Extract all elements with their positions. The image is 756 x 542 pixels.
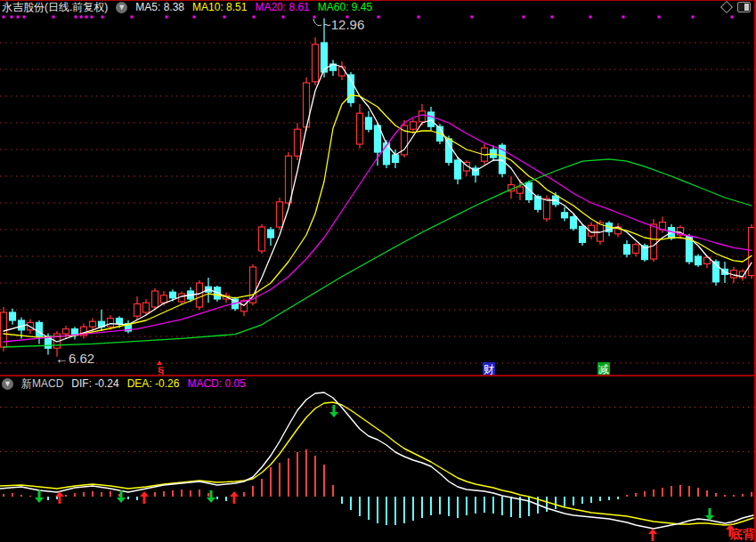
window-top-border — [0, 0, 756, 1]
panel-divider[interactable] — [0, 375, 756, 376]
buy-signal-arrow-icon — [230, 491, 239, 504]
indicator-name: 新MACD — [21, 377, 63, 391]
macd-panel-header: ▼ 新MACD DIF: -0.24 DEA: -0.26 MACD: 0.05 — [2, 377, 246, 391]
sell-signal-arrow-icon — [705, 508, 714, 521]
dea-value: DEA: -0.26 — [127, 377, 180, 391]
ma5-value: MA5: 8.38 — [135, 1, 184, 14]
diamond-icon[interactable] — [720, 1, 733, 13]
sell-signal-arrow-icon — [35, 490, 44, 503]
ma20-value: MA20: 8.61 — [255, 1, 309, 14]
event-badge-cai[interactable]: 财 — [483, 362, 495, 376]
window-corner-icons — [722, 2, 751, 12]
buy-signal-arrow-icon — [140, 491, 149, 504]
ma10-value: MA10: 8.51 — [192, 1, 247, 14]
ma60-value: MA60: 9.45 — [318, 1, 372, 14]
panel-layout-icon[interactable] — [737, 2, 751, 12]
chevron-down-icon[interactable]: ▼ — [2, 378, 13, 390]
chevron-down-icon[interactable]: ▼ — [116, 2, 127, 13]
svg-text:减: 减 — [598, 363, 609, 376]
low-price-label: ←6.62 — [55, 351, 94, 366]
macd-value: MACD: 0.05 — [187, 377, 245, 391]
buy-signal-arrow-icon — [648, 529, 657, 541]
stock-app-window: ~12.96←6.62§财减底背 永吉股份(日线.前复权) ▼ MA5: 8.3… — [0, 0, 756, 542]
peak-price-label: ~12.96 — [323, 17, 364, 32]
divergence-label: 底背 — [729, 527, 756, 541]
stock-title: 永吉股份(日线.前复权) — [2, 1, 108, 14]
sell-signal-arrow-icon — [117, 490, 126, 503]
main-chart-header: 永吉股份(日线.前复权) ▼ MA5: 8.38 MA10: 8.51 MA20… — [2, 1, 372, 14]
dif-value: DIF: -0.24 — [71, 377, 118, 391]
candlestick-and-macd-chart[interactable]: ~12.96←6.62§财减底背 — [0, 0, 756, 542]
event-badge-jian[interactable]: 减 — [597, 362, 610, 376]
svg-text:财: 财 — [484, 363, 494, 376]
